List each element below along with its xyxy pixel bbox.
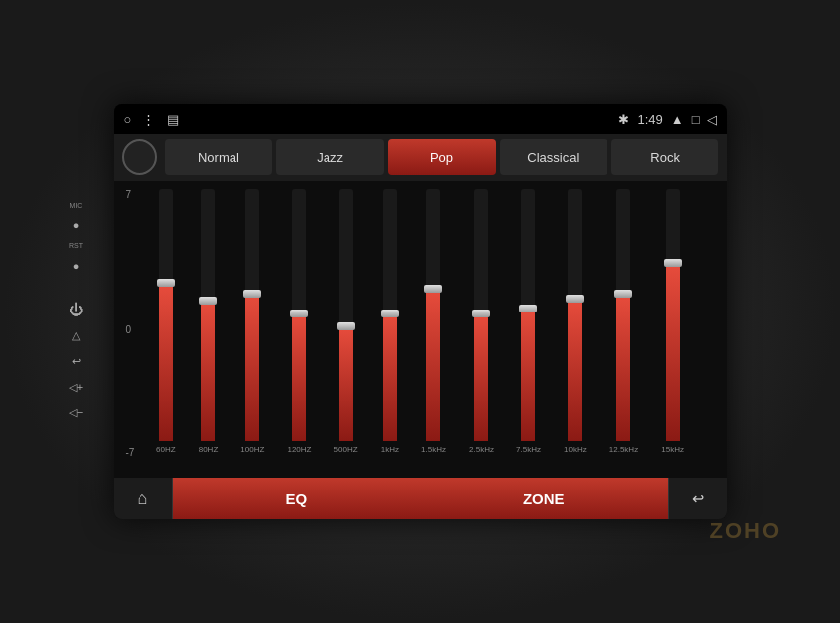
slider-handle-2[interactable] — [243, 290, 261, 298]
slider-track-container-10 — [616, 189, 630, 441]
power-button[interactable]: ⏻ — [67, 301, 85, 318]
band-label-8: 7.5kHz — [516, 445, 541, 454]
band-label-9: 10kHz — [564, 445, 587, 454]
slider-track-container-3 — [292, 189, 306, 441]
slider-track-10[interactable] — [616, 189, 630, 441]
back-side-button[interactable]: ↩ — [67, 352, 85, 370]
slider-handle-11[interactable] — [664, 259, 682, 267]
band-label-7: 2.5kHz — [469, 445, 494, 454]
slider-fill-11 — [666, 265, 680, 442]
eq-band-60HZ[interactable]: 60HZ — [156, 189, 176, 454]
slider-fill-10 — [616, 295, 630, 441]
slider-track-11[interactable] — [666, 189, 680, 441]
scale-top-label: 7 — [126, 189, 132, 200]
vol-up-button[interactable]: ◁+ — [67, 378, 85, 396]
preset-normal-button[interactable]: Normal — [165, 139, 273, 175]
home-button[interactable]: ⌂ — [114, 478, 173, 519]
signal-icon: ▲ — [671, 112, 684, 127]
eq-band-500HZ[interactable]: 500HZ — [334, 189, 358, 454]
slider-track-container-0 — [159, 189, 173, 441]
eq-band-1.5kHz[interactable]: 1.5kHz — [421, 189, 446, 454]
status-bar: ○ ⋮ ▤ ✱ 1:49 ▲ □ ◁ — [114, 104, 727, 134]
slider-fill-5 — [383, 315, 397, 442]
back-icon: ↩ — [692, 490, 704, 508]
side-buttons-panel: MIC ● RST ● ⏻ △ ↩ ◁+ ◁− — [67, 202, 85, 421]
slider-track-7[interactable] — [474, 189, 488, 441]
band-label-10: 12.5kHz — [609, 445, 638, 454]
slider-handle-0[interactable] — [157, 279, 175, 287]
scale-mid-label: 0 — [126, 324, 132, 335]
eq-band-15kHz[interactable]: 15kHz — [661, 189, 684, 454]
eq-sliders-container: 60HZ80HZ100HZ120HZ500HZ1kHz1.5kHz2.5kHz7… — [126, 189, 715, 474]
slider-handle-3[interactable] — [290, 310, 308, 317]
slider-fill-2 — [245, 295, 259, 441]
slider-handle-1[interactable] — [199, 297, 217, 305]
vol-down-button[interactable]: ◁− — [67, 403, 85, 421]
zone-tab-label: ZONE — [523, 490, 565, 507]
eq-band-120HZ[interactable]: 120HZ — [287, 189, 311, 454]
band-label-5: 1kHz — [381, 445, 399, 454]
back-button[interactable]: ↩ — [668, 478, 727, 519]
band-label-11: 15kHz — [661, 445, 684, 454]
eq-band-2.5kHz[interactable]: 2.5kHz — [469, 189, 494, 454]
slider-track-1[interactable] — [201, 189, 215, 441]
slider-fill-9 — [568, 300, 582, 441]
back-icon: ◁ — [707, 112, 717, 127]
watermark: ZOHO — [709, 518, 781, 544]
slider-handle-9[interactable] — [566, 295, 584, 303]
slider-handle-8[interactable] — [519, 305, 537, 312]
slider-track-container-7 — [474, 189, 488, 441]
band-label-6: 1.5kHz — [421, 445, 446, 454]
slider-fill-0 — [159, 285, 173, 441]
eq-tab[interactable]: EQ — [173, 490, 421, 507]
slider-track-container-6 — [426, 189, 440, 441]
slider-handle-7[interactable] — [472, 310, 490, 317]
window-icon: □ — [692, 112, 700, 127]
slider-track-container-11 — [666, 189, 680, 441]
eq-band-7.5kHz[interactable]: 7.5kHz — [516, 189, 541, 454]
preset-rock-button[interactable]: Rock — [611, 139, 719, 175]
bluetooth-icon: ✱ — [618, 112, 629, 127]
preset-pop-button[interactable]: Pop — [388, 139, 496, 175]
slider-fill-1 — [201, 303, 215, 441]
eq-circle-indicator — [122, 139, 157, 175]
eq-tab-label: EQ — [285, 490, 307, 507]
circle-icon: ○ — [124, 112, 132, 127]
rst-button[interactable]: ● — [67, 257, 85, 275]
preset-classical-button[interactable]: Classical — [500, 139, 607, 175]
scale-bot-label: -7 — [126, 447, 135, 458]
slider-fill-6 — [426, 290, 440, 441]
status-right-icons: ✱ 1:49 ▲ □ ◁ — [618, 112, 716, 127]
slider-track-3[interactable] — [292, 189, 306, 441]
eq-zone-bar: EQ ZONE — [173, 478, 668, 519]
slider-handle-10[interactable] — [614, 290, 632, 298]
slider-fill-7 — [474, 315, 488, 442]
slider-track-9[interactable] — [568, 189, 582, 441]
slider-track-0[interactable] — [159, 189, 173, 441]
slider-track-container-9 — [568, 189, 582, 441]
slider-track-container-5 — [383, 189, 397, 441]
bottom-bar: ⌂ EQ ZONE ↩ — [114, 478, 727, 519]
eq-band-80HZ[interactable]: 80HZ — [199, 189, 219, 454]
eq-band-12.5kHz[interactable]: 12.5kHz — [609, 189, 638, 454]
slider-track-2[interactable] — [245, 189, 259, 441]
slider-handle-6[interactable] — [424, 285, 442, 293]
car-unit: MIC ● RST ● ⏻ △ ↩ ◁+ ◁− ○ ⋮ ▤ ✱ 1:49 ▲ □… — [0, 0, 840, 623]
slider-track-8[interactable] — [521, 189, 535, 441]
eq-band-1kHz[interactable]: 1kHz — [381, 189, 399, 454]
zone-tab[interactable]: ZONE — [420, 490, 668, 507]
preset-jazz-button[interactable]: Jazz — [276, 139, 384, 175]
slider-handle-5[interactable] — [381, 310, 399, 317]
slider-handle-4[interactable] — [337, 322, 355, 330]
slider-track-6[interactable] — [426, 189, 440, 441]
slider-fill-3 — [292, 315, 306, 442]
eq-band-10kHz[interactable]: 10kHz — [564, 189, 587, 454]
mic-button[interactable]: ● — [67, 217, 85, 234]
preset-bar: Normal Jazz Pop Classical Rock — [114, 134, 727, 181]
slider-fill-4 — [339, 327, 353, 441]
slider-track-4[interactable] — [339, 189, 353, 441]
slider-track-5[interactable] — [383, 189, 397, 441]
eq-band-100HZ[interactable]: 100HZ — [240, 189, 264, 454]
band-label-2: 100HZ — [240, 445, 264, 454]
home-side-button[interactable]: △ — [67, 326, 85, 344]
